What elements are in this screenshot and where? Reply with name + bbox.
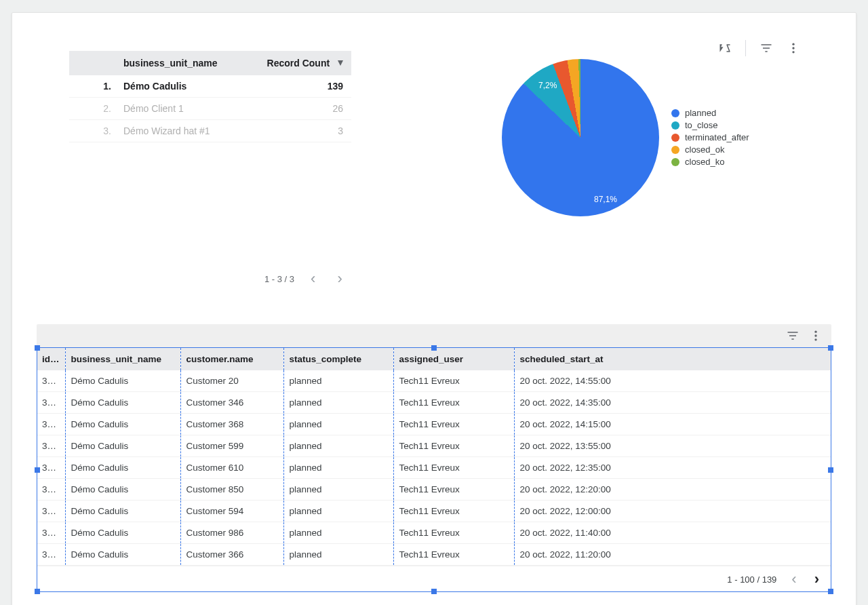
legend-label: to_close [685,120,717,130]
svg-point-5 [814,338,816,340]
table-row[interactable]: 34… Démo Cadulis Customer 594 planned Te… [37,501,831,522]
legend-label: closed_ok [685,144,725,155]
cell-id: 34… [37,392,65,414]
cell-status: planned [283,479,393,501]
cell-status: planned [283,457,393,479]
next-page-button[interactable]: › [812,570,822,588]
row-name: Démo Wizard hat #1 [115,120,243,142]
row-name: Démo Cadulis [115,75,243,98]
pager-range: 1 - 3 / 3 [264,274,294,284]
summary-pager: 1 - 3 / 3 ‹ › [264,267,841,290]
table-row[interactable]: 34… Démo Cadulis Customer 850 planned Te… [37,479,831,501]
table-row[interactable]: 1. Démo Cadulis 139 [69,75,351,98]
legend-swatch [671,109,679,117]
column-header[interactable]: status_complete [283,348,393,370]
cell-bu: Démo Cadulis [65,414,180,435]
cell-user: Tech11 Evreux [393,435,514,457]
cell-status: planned [283,435,393,457]
table-row[interactable]: 34… Démo Cadulis Customer 599 planned Te… [37,435,831,457]
table-row[interactable]: 34… Démo Cadulis Customer 986 planned Te… [37,522,831,544]
cell-status: planned [283,414,393,435]
column-header[interactable]: id… [37,348,65,370]
header-index [69,51,115,75]
svg-point-2 [792,51,794,53]
table-header-row: id…business_unit_namecustomer.namestatus… [37,348,831,370]
column-header[interactable]: scheduled_start_at [514,348,831,370]
chart-toolbar [715,39,803,58]
row-index: 1. [69,75,115,98]
cell-date: 20 oct. 2022, 11:40:00 [514,522,831,544]
cell-customer: Customer 986 [180,522,283,544]
pie-legend: plannedto_closeterminated_afterclosed_ok… [671,108,749,169]
cell-bu: Démo Cadulis [65,457,180,479]
table-row[interactable]: 34… Démo Cadulis Customer 366 planned Te… [37,544,831,566]
cell-status: planned [283,544,393,566]
sort-az-icon[interactable] [715,39,734,58]
cell-user: Tech11 Evreux [393,479,514,501]
cell-date: 20 oct. 2022, 12:20:00 [514,479,831,501]
cell-customer: Customer 20 [180,370,283,392]
cell-user: Tech11 Evreux [393,544,514,566]
filter-icon[interactable] [784,327,802,345]
cell-customer: Customer 599 [180,435,283,457]
cell-id: 34… [37,457,65,479]
row-count: 26 [243,98,351,120]
pie-chart[interactable]: 87,1%7,2% plannedto_closeterminated_afte… [502,59,793,242]
cell-bu: Démo Cadulis [65,479,180,501]
column-header[interactable]: customer.name [180,348,283,370]
legend-item[interactable]: closed_ko [671,157,749,167]
cell-date: 20 oct. 2022, 14:15:00 [514,414,831,435]
cell-id: 34… [37,544,65,566]
filter-icon[interactable] [757,39,776,58]
table-row[interactable]: 34… Démo Cadulis Customer 20 planned Tec… [37,370,831,392]
cell-status: planned [283,522,393,544]
slice-label-toclose: 7,2% [538,81,557,90]
cell-customer: Customer 610 [180,457,283,479]
prev-page-button[interactable]: ‹ [305,267,321,290]
cell-status: planned [283,370,393,392]
table-row[interactable]: 3. Démo Wizard hat #1 3 [69,120,351,142]
legend-item[interactable]: to_close [671,120,749,130]
table-row[interactable]: 34… Démo Cadulis Customer 610 planned Te… [37,457,831,479]
cell-status: planned [283,392,393,414]
next-page-button[interactable]: › [332,267,347,290]
svg-point-3 [814,331,816,333]
legend-item[interactable]: planned [671,108,749,118]
legend-item[interactable]: closed_ok [671,144,749,155]
row-index: 3. [69,120,115,142]
table-row[interactable]: 34… Démo Cadulis Customer 368 planned Te… [37,414,831,435]
cell-customer: Customer 366 [180,544,283,566]
cell-date: 20 oct. 2022, 11:20:00 [514,544,831,566]
cell-date: 20 oct. 2022, 14:55:00 [514,370,831,392]
cell-bu: Démo Cadulis [65,522,180,544]
cell-bu: Démo Cadulis [65,370,180,392]
legend-swatch [671,121,679,130]
legend-label: terminated_after [685,132,749,142]
more-vert-icon[interactable] [784,39,803,58]
data-table-card[interactable]: id…business_unit_namecustomer.namestatus… [37,324,831,592]
cell-customer: Customer 368 [180,414,283,435]
more-vert-icon[interactable] [807,327,825,345]
toolbar-separator [745,40,746,56]
cell-date: 20 oct. 2022, 12:35:00 [514,457,831,479]
cell-customer: Customer 594 [180,501,283,522]
cell-status: planned [283,501,393,522]
row-index: 2. [69,98,115,120]
cell-user: Tech11 Evreux [393,522,514,544]
summary-table: business_unit_name Record Count 1. Démo … [69,51,351,142]
legend-label: closed_ko [685,157,725,167]
header-business-unit[interactable]: business_unit_name [115,51,243,75]
legend-swatch [671,146,679,154]
table-row[interactable]: 2. Démo Client 1 26 [69,98,351,120]
prev-page-button[interactable]: ‹ [789,570,799,588]
column-header[interactable]: business_unit_name [65,348,180,370]
table-row[interactable]: 34… Démo Cadulis Customer 346 planned Te… [37,392,831,414]
column-header[interactable]: assigned_user [393,348,514,370]
cell-id: 34… [37,370,65,392]
header-record-count[interactable]: Record Count [243,51,351,75]
cell-bu: Démo Cadulis [65,544,180,566]
cell-user: Tech11 Evreux [393,370,514,392]
legend-swatch [671,134,679,142]
row-name: Démo Client 1 [115,98,243,120]
legend-item[interactable]: terminated_after [671,132,749,142]
